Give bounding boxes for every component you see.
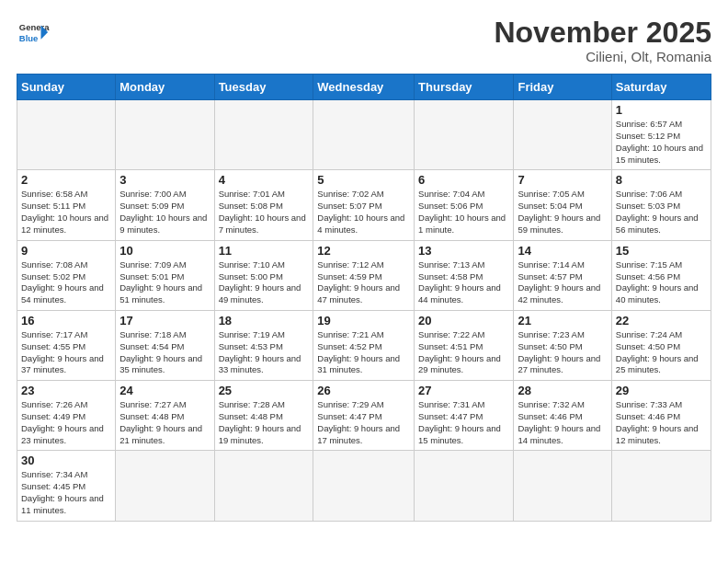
calendar-cell: 30Sunrise: 7:34 AM Sunset: 4:45 PM Dayli… — [17, 451, 116, 521]
day-info: Sunrise: 7:15 AM Sunset: 4:56 PM Dayligh… — [616, 259, 707, 306]
calendar-cell: 21Sunrise: 7:23 AM Sunset: 4:50 PM Dayli… — [514, 310, 611, 380]
day-of-week-header: Tuesday — [214, 75, 313, 100]
day-info: Sunrise: 7:19 AM Sunset: 4:53 PM Dayligh… — [219, 329, 310, 376]
day-number: 25 — [219, 384, 310, 397]
day-number: 15 — [616, 244, 707, 258]
day-info: Sunrise: 7:34 AM Sunset: 4:45 PM Dayligh… — [21, 469, 111, 516]
day-info: Sunrise: 6:58 AM Sunset: 5:11 PM Dayligh… — [21, 189, 111, 236]
day-number: 23 — [21, 384, 111, 397]
calendar-cell: 14Sunrise: 7:14 AM Sunset: 4:57 PM Dayli… — [514, 240, 611, 310]
day-of-week-header: Sunday — [17, 75, 116, 100]
calendar-header: SundayMondayTuesdayWednesdayThursdayFrid… — [17, 75, 711, 100]
calendar-cell: 24Sunrise: 7:27 AM Sunset: 4:48 PM Dayli… — [116, 381, 214, 451]
day-number: 7 — [518, 173, 607, 187]
day-of-week-header: Friday — [514, 75, 611, 100]
svg-text:Blue: Blue — [19, 33, 39, 43]
day-info: Sunrise: 7:09 AM Sunset: 5:01 PM Dayligh… — [119, 259, 210, 306]
page: General Blue November 2025 Cilieni, Olt,… — [0, 0, 728, 538]
calendar-cell: 28Sunrise: 7:32 AM Sunset: 4:46 PM Dayli… — [514, 381, 611, 451]
day-info: Sunrise: 7:32 AM Sunset: 4:46 PM Dayligh… — [518, 399, 607, 446]
day-info: Sunrise: 7:05 AM Sunset: 5:04 PM Dayligh… — [518, 189, 607, 236]
day-number: 29 — [616, 384, 707, 397]
calendar-cell: 19Sunrise: 7:21 AM Sunset: 4:52 PM Dayli… — [313, 310, 415, 380]
day-info: Sunrise: 7:31 AM Sunset: 4:47 PM Dayligh… — [418, 399, 509, 446]
calendar-week-row: 1Sunrise: 6:57 AM Sunset: 5:12 PM Daylig… — [17, 100, 711, 170]
day-number: 21 — [518, 314, 607, 327]
day-number: 24 — [119, 384, 210, 397]
calendar-cell: 6Sunrise: 7:04 AM Sunset: 5:06 PM Daylig… — [415, 170, 514, 240]
calendar-week-row: 23Sunrise: 7:26 AM Sunset: 4:49 PM Dayli… — [17, 381, 711, 451]
day-info: Sunrise: 7:29 AM Sunset: 4:47 PM Dayligh… — [317, 399, 410, 446]
calendar-cell: 18Sunrise: 7:19 AM Sunset: 4:53 PM Dayli… — [214, 310, 313, 380]
day-number: 30 — [21, 454, 111, 467]
calendar-cell — [116, 451, 214, 521]
day-info: Sunrise: 7:21 AM Sunset: 4:52 PM Dayligh… — [317, 329, 410, 376]
day-of-week-header: Monday — [116, 75, 214, 100]
calendar-cell: 12Sunrise: 7:12 AM Sunset: 4:59 PM Dayli… — [313, 240, 415, 310]
day-number: 28 — [518, 384, 607, 397]
day-number: 16 — [21, 314, 111, 327]
calendar-cell: 25Sunrise: 7:28 AM Sunset: 4:48 PM Dayli… — [214, 381, 313, 451]
day-of-week-header: Wednesday — [313, 75, 415, 100]
day-number: 5 — [317, 173, 410, 187]
day-number: 1 — [616, 103, 707, 117]
calendar-cell — [214, 451, 313, 521]
day-of-week-header: Saturday — [611, 75, 711, 100]
day-info: Sunrise: 7:10 AM Sunset: 5:00 PM Dayligh… — [219, 259, 310, 306]
day-info: Sunrise: 7:13 AM Sunset: 4:58 PM Dayligh… — [418, 259, 509, 306]
calendar-cell: 15Sunrise: 7:15 AM Sunset: 4:56 PM Dayli… — [611, 240, 711, 310]
day-number: 14 — [518, 244, 607, 258]
day-info: Sunrise: 7:27 AM Sunset: 4:48 PM Dayligh… — [119, 399, 210, 446]
day-number: 19 — [317, 314, 410, 327]
calendar-cell: 26Sunrise: 7:29 AM Sunset: 4:47 PM Dayli… — [313, 381, 415, 451]
day-info: Sunrise: 7:02 AM Sunset: 5:07 PM Dayligh… — [317, 189, 410, 236]
calendar-cell: 17Sunrise: 7:18 AM Sunset: 4:54 PM Dayli… — [116, 310, 214, 380]
days-of-week-row: SundayMondayTuesdayWednesdayThursdayFrid… — [17, 75, 711, 100]
calendar-cell — [214, 100, 313, 170]
calendar-cell — [313, 451, 415, 521]
day-info: Sunrise: 7:06 AM Sunset: 5:03 PM Dayligh… — [616, 189, 707, 236]
calendar-week-row: 2Sunrise: 6:58 AM Sunset: 5:11 PM Daylig… — [17, 170, 711, 240]
calendar-cell: 22Sunrise: 7:24 AM Sunset: 4:50 PM Dayli… — [611, 310, 711, 380]
calendar-cell: 20Sunrise: 7:22 AM Sunset: 4:51 PM Dayli… — [415, 310, 514, 380]
month-title: November 2025 — [494, 17, 711, 49]
day-info: Sunrise: 7:26 AM Sunset: 4:49 PM Dayligh… — [21, 399, 111, 446]
day-info: Sunrise: 7:12 AM Sunset: 4:59 PM Dayligh… — [317, 259, 410, 306]
calendar-cell: 4Sunrise: 7:01 AM Sunset: 5:08 PM Daylig… — [214, 170, 313, 240]
day-number: 3 — [119, 173, 210, 187]
day-info: Sunrise: 7:14 AM Sunset: 4:57 PM Dayligh… — [518, 259, 607, 306]
day-info: Sunrise: 7:04 AM Sunset: 5:06 PM Dayligh… — [418, 189, 509, 236]
calendar-cell: 5Sunrise: 7:02 AM Sunset: 5:07 PM Daylig… — [313, 170, 415, 240]
day-number: 27 — [418, 384, 509, 397]
day-number: 26 — [317, 384, 410, 397]
calendar-cell: 7Sunrise: 7:05 AM Sunset: 5:04 PM Daylig… — [514, 170, 611, 240]
day-number: 10 — [119, 244, 210, 258]
location-subtitle: Cilieni, Olt, Romania — [494, 49, 711, 64]
day-number: 17 — [119, 314, 210, 327]
day-info: Sunrise: 7:18 AM Sunset: 4:54 PM Dayligh… — [119, 329, 210, 376]
calendar-week-row: 9Sunrise: 7:08 AM Sunset: 5:02 PM Daylig… — [17, 240, 711, 310]
calendar-cell — [17, 100, 116, 170]
calendar-body: 1Sunrise: 6:57 AM Sunset: 5:12 PM Daylig… — [17, 100, 711, 522]
calendar-week-row: 16Sunrise: 7:17 AM Sunset: 4:55 PM Dayli… — [17, 310, 711, 380]
day-number: 18 — [219, 314, 310, 327]
calendar-cell — [313, 100, 415, 170]
day-number: 22 — [616, 314, 707, 327]
day-info: Sunrise: 7:01 AM Sunset: 5:08 PM Dayligh… — [219, 189, 310, 236]
calendar-cell: 29Sunrise: 7:33 AM Sunset: 4:46 PM Dayli… — [611, 381, 711, 451]
day-info: Sunrise: 6:57 AM Sunset: 5:12 PM Dayligh… — [616, 119, 707, 166]
calendar-cell — [116, 100, 214, 170]
calendar-cell — [611, 451, 711, 521]
day-info: Sunrise: 7:23 AM Sunset: 4:50 PM Dayligh… — [518, 329, 607, 376]
day-info: Sunrise: 7:08 AM Sunset: 5:02 PM Dayligh… — [21, 259, 111, 306]
day-info: Sunrise: 7:17 AM Sunset: 4:55 PM Dayligh… — [21, 329, 111, 376]
day-number: 6 — [418, 173, 509, 187]
day-info: Sunrise: 7:28 AM Sunset: 4:48 PM Dayligh… — [219, 399, 310, 446]
calendar-cell: 16Sunrise: 7:17 AM Sunset: 4:55 PM Dayli… — [17, 310, 116, 380]
calendar-table: SundayMondayTuesdayWednesdayThursdayFrid… — [17, 74, 711, 522]
calendar-cell: 23Sunrise: 7:26 AM Sunset: 4:49 PM Dayli… — [17, 381, 116, 451]
calendar-cell: 3Sunrise: 7:00 AM Sunset: 5:09 PM Daylig… — [116, 170, 214, 240]
calendar-cell: 11Sunrise: 7:10 AM Sunset: 5:00 PM Dayli… — [214, 240, 313, 310]
header: General Blue November 2025 Cilieni, Olt,… — [17, 17, 711, 64]
day-number: 9 — [21, 244, 111, 258]
